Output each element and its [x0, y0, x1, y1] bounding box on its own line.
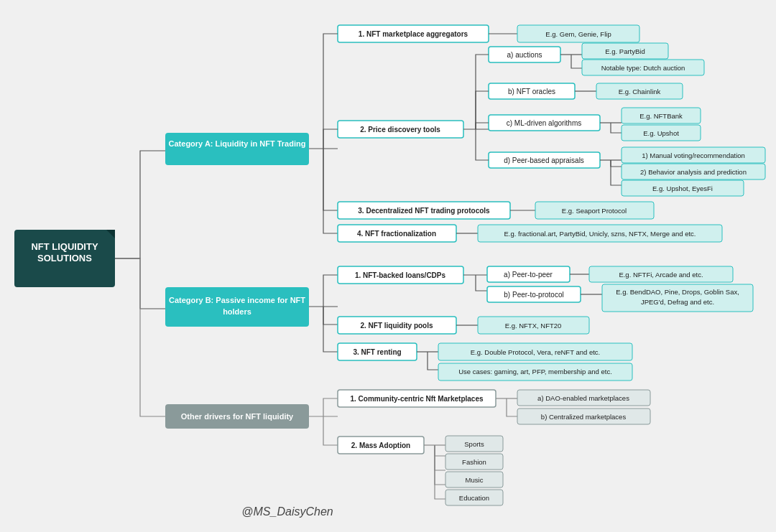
item-o1-text: 1. Community-centric Nft Marketplaces: [350, 395, 483, 403]
b1b-leaf1: E.g. BendDAO, Pine, Drops, Goblin Sax,: [616, 288, 739, 296]
item-3-leaf: E.g. Seaport Protocol: [562, 207, 627, 215]
sub-b1b: b) Peer-to-protocol: [504, 291, 563, 299]
canvas: NFT LIQUIDITY SOLUTIONS Category A: Liqu…: [0, 0, 776, 532]
cat-b-node: Category B: Passive income for NFT holde…: [115, 258, 309, 327]
o1b-leaf: b) Centralized marketplaces: [541, 413, 627, 421]
peer-leaf1: 1) Manual voting/recommendation: [642, 151, 745, 159]
item-2-node: 2. Price discovery tools a) auctions E.g…: [323, 43, 765, 196]
item-b1-text: 1. NFT-backed loans/CDPs: [355, 271, 446, 279]
peer-leaf3: E.g. Upshot, EyesFi: [652, 185, 713, 192]
item-2-text: 2. Price discovery tools: [360, 126, 440, 134]
sub-ml: c) ML-driven algorithms: [507, 119, 581, 127]
ml-leaf2: E.g. Upshot: [643, 129, 679, 137]
sub-oracles: b) NFT oracles: [508, 88, 555, 95]
item-b2-node: 2. NFT liquidity pools E.g. NFTX, NFT20: [323, 307, 589, 334]
o2-music: Music: [466, 476, 484, 484]
b3-leaf1: E.g. Double Protocol, Vera, reNFT and et…: [471, 348, 600, 356]
sub-auctions: a) auctions: [507, 51, 542, 59]
sub-peer: d) Peer-based appraisals: [504, 157, 584, 164]
o2-fashion: Fashion: [462, 458, 486, 466]
root-text-line1: NFT LIQUIDITY: [31, 241, 98, 252]
cat-b-text1: Category B: Passive income for NFT: [169, 296, 305, 304]
svg-rect-2: [165, 133, 309, 165]
b1b-leaf2: JPEG'd, Defrag and etc.: [641, 298, 714, 306]
item-o2-text: 2. Mass Adoption: [351, 442, 410, 449]
cat-a-text: Category A: Liquidity in NFT Trading: [169, 139, 306, 148]
root-text-line2: SOLUTIONS: [37, 253, 92, 263]
other-node: Other drivers for NFT liquidity: [115, 258, 309, 429]
item-4-text: 4. NFT fractionalization: [357, 230, 436, 238]
b2-leaf: E.g. NFTX, NFT20: [505, 322, 562, 330]
item-b2-text: 2. NFT liquidity pools: [360, 322, 433, 330]
b1a-leaf: E.g. NFTFi, Arcade and etc.: [619, 271, 703, 279]
item-3-text: 3. Decentralized NFT trading protocols: [358, 207, 490, 215]
oracle-leaf: E.g. Chainlink: [619, 88, 661, 95]
other-text: Other drivers for NFT liquidity: [181, 412, 294, 421]
item-b1-node: 1. NFT-backed loans/CDPs a) Peer-to-peer…: [309, 266, 753, 312]
item-1-text: 1. NFT marketplace aggregators: [359, 30, 468, 38]
ml-leaf1: E.g. NFTBank: [639, 112, 683, 120]
o2-sports: Sports: [464, 440, 484, 448]
item-o1-node: 1. Community-centric Nft Marketplaces a)…: [309, 390, 650, 424]
item-4-leaf: E.g. fractional.art, PartyBid, Unicly, s…: [504, 230, 696, 238]
cat-b-text2: holders: [223, 307, 251, 316]
cat-a-node: Category A: Liquidity in NFT Trading: [115, 133, 309, 258]
sub-b1a: a) Peer-to-peer: [504, 271, 553, 279]
o1a-leaf: a) DAO-enabled marketplaces: [537, 394, 629, 402]
peer-leaf2: 2) Behavior analysis and prediction: [640, 168, 747, 176]
auction-leaf2: Notable type: Dutch auction: [601, 64, 685, 72]
item-o2-node: 2. Mass Adoption Sports Fashion Music Ed…: [323, 416, 503, 505]
root-node: NFT LIQUIDITY SOLUTIONS: [14, 230, 115, 287]
auction-leaf1: E.g. PartyBid: [605, 47, 645, 55]
watermark: @MS_DaisyChen: [241, 505, 333, 518]
item-1-leaf: E.g. Gem, Genie, Flip: [545, 30, 611, 38]
mindmap-svg: NFT LIQUIDITY SOLUTIONS Category A: Liqu…: [0, 0, 776, 532]
item-b3-text: 3. NFT renting: [353, 348, 401, 356]
o2-education: Education: [459, 494, 489, 502]
b3-leaf2: Use cases: gaming, art, PFP, membership …: [458, 368, 612, 375]
